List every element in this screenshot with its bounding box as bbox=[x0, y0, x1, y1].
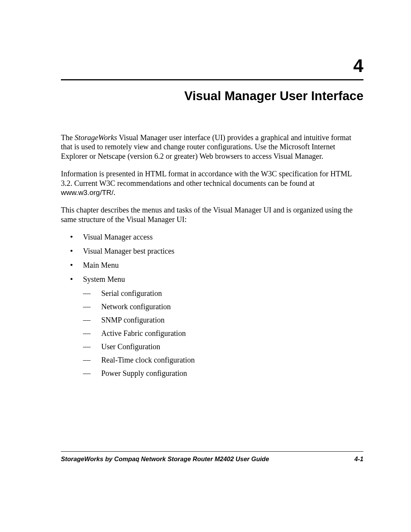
paragraph-chapter-desc: This chapter describes the menus and tas… bbox=[61, 205, 363, 224]
horizontal-rule-footer bbox=[61, 451, 363, 452]
text-fragment: Information is presented in HTML format … bbox=[61, 169, 352, 187]
footer-row: StorageWorks by Compaq Network Storage R… bbox=[61, 455, 363, 463]
list-item: User Configuration bbox=[83, 342, 363, 351]
list-item-system-menu: System Menu Serial configuration Network… bbox=[61, 275, 363, 378]
list-item: Real-Time clock configuration bbox=[83, 355, 363, 364]
list-item: SNMP configuration bbox=[83, 315, 363, 324]
footer-guide-title: StorageWorks by Compaq Network Storage R… bbox=[61, 455, 269, 463]
paragraph-html-info: Information is presented in HTML format … bbox=[61, 169, 363, 197]
chapter-title: Visual Manager User Interface bbox=[61, 89, 363, 103]
list-item: Main Menu bbox=[61, 260, 363, 270]
url-text: www.w3.org/TR/ bbox=[61, 189, 113, 197]
horizontal-rule-top bbox=[61, 79, 363, 80]
list-item: Serial configuration bbox=[83, 289, 363, 298]
list-item: Active Fabric configuration bbox=[83, 329, 363, 338]
list-item: Power Supply configuration bbox=[83, 369, 363, 378]
list-item-label: System Menu bbox=[83, 275, 125, 283]
paragraph-intro: The StorageWorks Visual Manager user int… bbox=[61, 133, 363, 161]
footer-page-number: 4-1 bbox=[354, 455, 363, 463]
list-item: Visual Manager best practices bbox=[61, 246, 363, 256]
product-name-italic: StorageWorks bbox=[75, 133, 117, 142]
text-fragment: The bbox=[61, 133, 75, 142]
chapter-number: 4 bbox=[61, 55, 363, 76]
list-item: Visual Manager access bbox=[61, 232, 363, 241]
text-fragment: . bbox=[113, 188, 115, 197]
page-footer: StorageWorks by Compaq Network Storage R… bbox=[61, 451, 363, 463]
topic-list: Visual Manager access Visual Manager bes… bbox=[61, 232, 363, 378]
sub-topic-list: Serial configuration Network configurati… bbox=[83, 289, 363, 378]
list-item: Network configuration bbox=[83, 302, 363, 311]
page-container: 4 Visual Manager User Interface The Stor… bbox=[0, 0, 411, 378]
